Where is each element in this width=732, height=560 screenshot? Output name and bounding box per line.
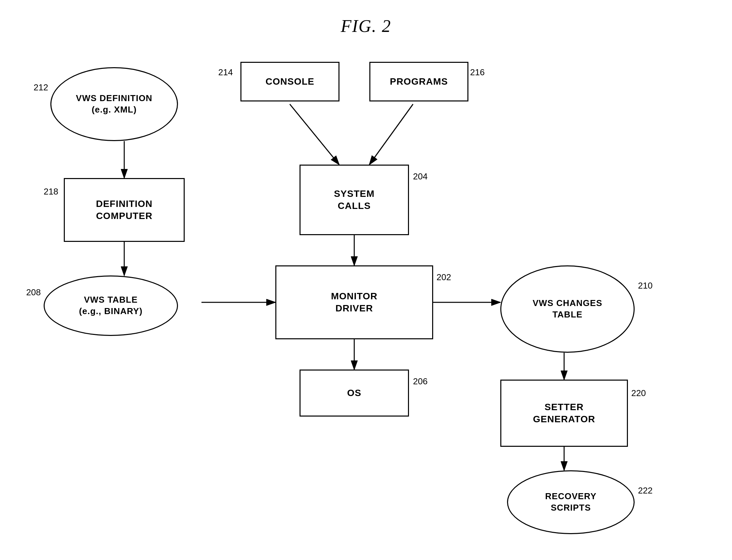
vws-table-ellipse: VWS TABLE (e.g., BINARY)	[44, 275, 178, 336]
vws-table-label: VWS TABLE (e.g., BINARY)	[79, 294, 142, 317]
recovery-scripts-ellipse: RECOVERY SCRIPTS	[507, 470, 635, 534]
console-label: CONSOLE	[266, 76, 314, 88]
vws-table-ref: 208	[26, 287, 41, 298]
monitor-driver-ref: 202	[437, 272, 451, 283]
svg-line-1	[290, 104, 339, 165]
recovery-scripts-ref: 222	[638, 485, 652, 496]
os-label: OS	[347, 387, 361, 399]
monitor-driver-box: MONITOR DRIVER	[275, 265, 433, 339]
programs-label: PROGRAMS	[390, 76, 448, 88]
vws-changes-table-ref: 210	[638, 281, 652, 291]
os-ref: 206	[413, 376, 427, 387]
definition-computer-ref: 218	[44, 186, 58, 197]
svg-line-2	[369, 104, 413, 165]
console-box: CONSOLE	[240, 62, 339, 101]
vws-definition-ref: 212	[34, 82, 48, 93]
system-calls-ref: 204	[413, 171, 427, 182]
page-title: FIG. 2	[341, 16, 392, 36]
setter-generator-label: SETTER GENERATOR	[533, 401, 595, 426]
recovery-scripts-label: RECOVERY SCRIPTS	[545, 491, 597, 514]
programs-box: PROGRAMS	[369, 62, 468, 101]
vws-changes-table-label: VWS CHANGES TABLE	[533, 298, 602, 320]
vws-definition-ellipse: VWS DEFINITION (e.g. XML)	[50, 67, 178, 141]
programs-ref: 216	[470, 67, 485, 78]
definition-computer-box: DEFINITION COMPUTER	[64, 178, 185, 242]
setter-generator-box: SETTER GENERATOR	[500, 380, 628, 447]
setter-generator-ref: 220	[631, 388, 646, 398]
os-box: OS	[300, 370, 409, 417]
vws-definition-label: VWS DEFINITION (e.g. XML)	[76, 93, 152, 116]
system-calls-box: SYSTEM CALLS	[300, 165, 409, 235]
vws-changes-table-ellipse: VWS CHANGES TABLE	[500, 265, 635, 353]
definition-computer-label: DEFINITION COMPUTER	[96, 198, 153, 222]
system-calls-label: SYSTEM CALLS	[334, 188, 374, 212]
monitor-driver-label: MONITOR DRIVER	[331, 290, 378, 315]
console-ref: 214	[218, 67, 233, 78]
